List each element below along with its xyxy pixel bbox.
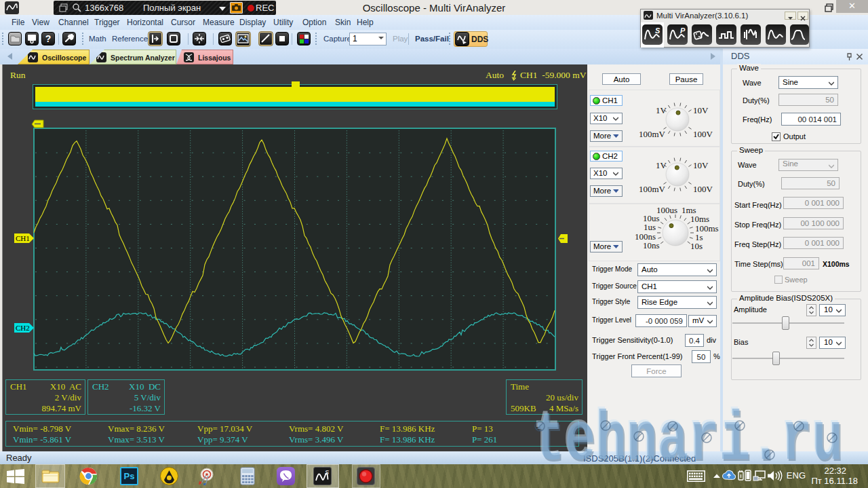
svg-text:S: S <box>655 26 660 35</box>
svg-text:CH1: CH1 <box>16 234 30 242</box>
svg-text:P: P <box>680 26 686 35</box>
svg-text:S: S <box>325 469 329 476</box>
svg-text:CH2: CH2 <box>16 324 30 332</box>
